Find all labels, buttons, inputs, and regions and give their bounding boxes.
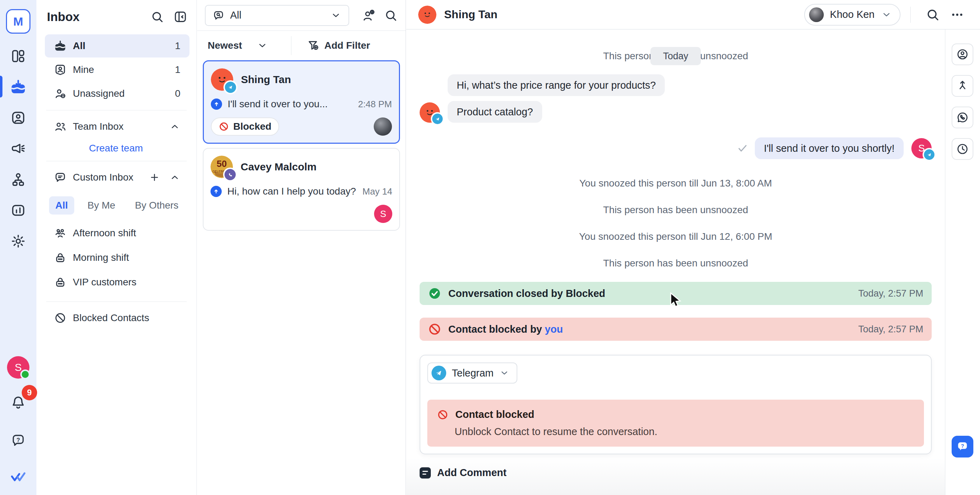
conversation-item-shing-tan[interactable]: Shing Tan I'll send it over to you... 2:…: [203, 60, 400, 144]
add-filter-button[interactable]: Add Filter: [307, 39, 370, 52]
custom-inbox-item-label: Morning shift: [73, 252, 129, 263]
lock-icon: [54, 276, 67, 289]
custom-inbox-item-label: VIP customers: [73, 276, 137, 288]
user-avatar[interactable]: S: [7, 356, 29, 378]
notice-body: Unblock Contact to resume the conversati…: [455, 426, 914, 438]
add-contact-icon[interactable]: [361, 8, 375, 22]
system-message: You snoozed this person till Jun 12, 6:0…: [420, 231, 932, 243]
blocked-contacts-item[interactable]: Blocked Contacts: [45, 307, 189, 329]
add-filter-label: Add Filter: [325, 40, 370, 51]
contact-avatar: 50CELEBRATE: [210, 156, 233, 178]
custom-inbox-tabs: All By Me By Others: [49, 196, 196, 214]
chevron-up-icon[interactable]: [169, 121, 180, 132]
notification-badge: 9: [22, 385, 37, 400]
merge-contact-button[interactable]: [951, 75, 974, 97]
conversation-name: Cavey Malcolm: [240, 161, 317, 173]
assignee-dropdown[interactable]: Khoo Ken: [804, 4, 900, 26]
merge-icon: [956, 80, 969, 92]
message-area[interactable]: This person has been unsnoozed Today Hi,…: [406, 29, 945, 495]
tab-by-me[interactable]: By Me: [81, 196, 121, 214]
sort-dropdown[interactable]: Newest: [208, 40, 242, 51]
search-icon[interactable]: [384, 8, 398, 22]
people-group-icon: [54, 227, 67, 240]
more-options-button[interactable]: [950, 7, 964, 22]
outgoing-arrow-icon: [211, 99, 222, 110]
contact-details-button[interactable]: [951, 43, 974, 65]
outgoing-message[interactable]: I'll send it over to you shortly!: [755, 137, 904, 159]
system-message: You snoozed this person till Jun 13, 8:0…: [420, 177, 932, 189]
search-conversation-button[interactable]: [925, 7, 940, 22]
search-icon[interactable]: [150, 10, 164, 24]
chevron-down-icon: [330, 10, 342, 21]
chat-contact-name: Shing Tan: [444, 8, 497, 21]
date-pill: Today: [651, 47, 701, 65]
date-separator: This person has been unsnoozed Today: [420, 47, 932, 65]
add-comment-button[interactable]: Add Comment: [420, 467, 932, 479]
nav-contacts[interactable]: [8, 108, 28, 128]
funnel-plus-icon: [307, 39, 320, 52]
nav-settings[interactable]: [8, 232, 28, 251]
system-message: This person has been unsnoozed: [420, 204, 932, 216]
contact-blocked-notice: Contact blocked Unblock Contact to resum…: [427, 400, 924, 447]
create-team-link[interactable]: Create team: [89, 143, 143, 154]
team-inbox-header[interactable]: Team Inbox: [45, 115, 189, 138]
check-circle-icon: [428, 287, 441, 300]
notifications-button[interactable]: 9: [8, 393, 28, 412]
sidebar-item-label: Mine: [73, 64, 94, 75]
left-nav-rail: M S: [0, 0, 37, 495]
snooze-button[interactable]: [951, 138, 974, 160]
custom-inbox-header[interactable]: Custom Inbox: [45, 166, 189, 188]
nav-dashboard[interactable]: [8, 46, 28, 66]
channel-filter-dropdown[interactable]: All: [205, 5, 349, 26]
sidebar-item-unassigned[interactable]: Unassigned 0: [45, 82, 189, 105]
sidebar-item-all[interactable]: All 1: [45, 34, 189, 57]
add-comment-label: Add Comment: [437, 467, 506, 479]
contact-avatar[interactable]: [418, 6, 436, 24]
whatsapp-button[interactable]: [951, 107, 974, 128]
conversation-time: 2:48 PM: [358, 99, 392, 110]
telegram-channel-icon: [924, 149, 934, 160]
person-minus-icon: [54, 87, 67, 100]
nav-broadcast[interactable]: [8, 139, 28, 158]
outgoing-arrow-icon: [210, 186, 222, 197]
person-badge-icon: [54, 64, 67, 76]
nav-reports[interactable]: [8, 201, 28, 220]
nav-inbox[interactable]: [8, 77, 28, 97]
incoming-message[interactable]: Product catalog?: [448, 101, 542, 123]
chevron-up-icon[interactable]: [169, 172, 180, 183]
chevron-down-icon[interactable]: [257, 40, 268, 51]
incoming-message[interactable]: Hi, what’s the price range for your prod…: [448, 74, 665, 96]
svg-text:50: 50: [217, 158, 227, 169]
channel-selector-dropdown[interactable]: Telegram: [427, 362, 517, 383]
online-status-dot: [20, 369, 30, 379]
svg-text:?: ?: [16, 437, 20, 444]
sidebar-item-mine[interactable]: Mine 1: [45, 58, 189, 81]
chat-search-icon: [213, 10, 224, 21]
message-row: I'll send it over to you shortly! S: [420, 137, 932, 159]
blocked-banner-actor-link[interactable]: you: [545, 324, 563, 335]
conversation-list-toolbar: All: [197, 0, 406, 31]
composer-card: Telegram Contact blocked Unblock Contact…: [420, 355, 932, 454]
help-widget-button[interactable]: ?: [951, 436, 974, 457]
support-button[interactable]: ?: [8, 431, 28, 450]
custom-inbox-afternoon-shift[interactable]: Afternoon shift: [45, 222, 189, 244]
tab-by-others[interactable]: By Others: [129, 196, 185, 214]
plus-icon[interactable]: [149, 172, 160, 183]
custom-inbox-vip-customers[interactable]: VIP customers: [45, 271, 189, 293]
search-icon: [925, 7, 940, 22]
sidebar-divider: [46, 161, 187, 161]
contact-blocked-banner: Contact blocked by you Today, 2:57 PM: [420, 318, 932, 341]
custom-inbox-morning-shift[interactable]: Morning shift: [45, 247, 189, 268]
nav-workflows[interactable]: [8, 170, 28, 189]
contacts-icon: [11, 110, 26, 126]
conversation-item-cavey-malcolm[interactable]: 50CELEBRATE Cavey Malcolm Hi, how can I …: [203, 148, 400, 231]
conversation-time: May 14: [363, 186, 392, 197]
chevron-down-icon: [881, 9, 892, 20]
blocked-contacts-label: Blocked Contacts: [73, 312, 149, 324]
collapse-panel-icon[interactable]: [173, 10, 188, 24]
sidebar-divider: [46, 302, 187, 302]
tab-all[interactable]: All: [49, 196, 74, 214]
workspace-logo[interactable]: M: [6, 9, 30, 34]
chat-panel: Shing Tan Khoo Ken This person: [406, 0, 980, 495]
ellipsis-icon: [950, 7, 964, 22]
